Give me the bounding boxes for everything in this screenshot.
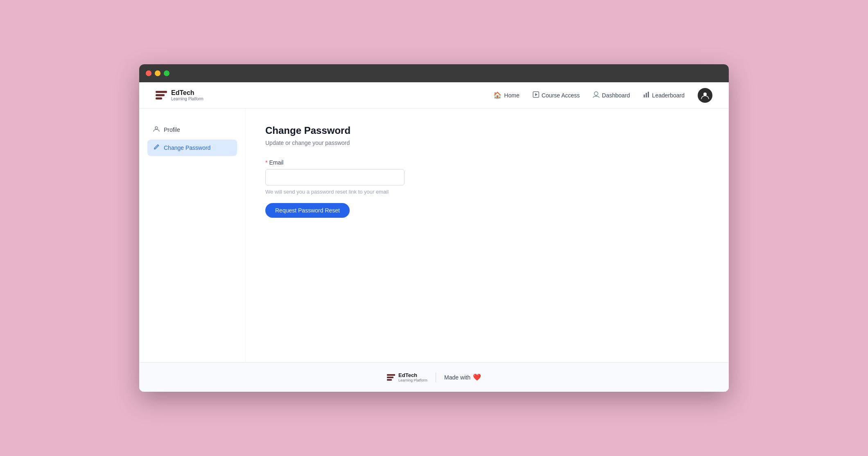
made-with-text: Made with bbox=[444, 374, 470, 381]
logo-text: EdTech Learning Platform bbox=[171, 89, 203, 102]
email-hint: We will send you a password reset link t… bbox=[265, 189, 709, 195]
footer-made-with: Made with ❤️ bbox=[444, 373, 481, 381]
home-icon: 🏠 bbox=[493, 91, 502, 99]
svg-point-5 bbox=[703, 93, 707, 96]
sidebar-label-profile: Profile bbox=[164, 126, 180, 133]
main-body: Profile Change Password Change Password … bbox=[139, 108, 729, 362]
traffic-light-yellow[interactable] bbox=[155, 70, 160, 76]
content-area: Change Password Update or change your pa… bbox=[246, 108, 729, 362]
nav-label-home: Home bbox=[504, 92, 519, 99]
svg-rect-2 bbox=[644, 95, 645, 97]
logo-bar-2 bbox=[156, 94, 165, 96]
logo-title: EdTech bbox=[171, 89, 203, 97]
edit-icon bbox=[153, 144, 160, 152]
footer: EdTech Learning Platform Made with ❤️ bbox=[139, 362, 729, 392]
svg-marker-1 bbox=[535, 93, 538, 96]
logo-subtitle: Learning Platform bbox=[171, 97, 203, 102]
nav-item-home[interactable]: 🏠 Home bbox=[493, 91, 519, 99]
nav-item-course-access[interactable]: Course Access bbox=[533, 91, 580, 99]
sidebar-item-profile[interactable]: Profile bbox=[147, 122, 237, 138]
dashboard-icon bbox=[593, 91, 599, 99]
navbar: EdTech Learning Platform 🏠 Home bbox=[139, 82, 729, 108]
sidebar: Profile Change Password bbox=[139, 108, 246, 362]
profile-icon bbox=[153, 126, 160, 134]
footer-logo: EdTech Learning Platform bbox=[387, 372, 427, 383]
footer-logo-icon bbox=[387, 374, 395, 381]
nav-item-leaderboard[interactable]: Leaderboard bbox=[643, 91, 685, 99]
nav-item-dashboard[interactable]: Dashboard bbox=[593, 91, 630, 99]
traffic-lights bbox=[146, 70, 170, 76]
user-avatar[interactable] bbox=[698, 88, 712, 103]
footer-logo-subtitle: Learning Platform bbox=[398, 378, 427, 382]
course-access-icon bbox=[533, 91, 539, 99]
page-title: Change Password bbox=[265, 125, 709, 136]
browser-titlebar bbox=[139, 64, 729, 82]
logo-bar-3 bbox=[156, 97, 162, 99]
nav-label-dashboard: Dashboard bbox=[602, 92, 630, 99]
footer-divider bbox=[436, 372, 436, 382]
required-star: * bbox=[265, 159, 267, 166]
footer-logo-bar-2 bbox=[387, 377, 393, 378]
leaderboard-icon bbox=[643, 91, 650, 99]
footer-logo-bar-3 bbox=[387, 379, 392, 381]
browser-window: EdTech Learning Platform 🏠 Home bbox=[139, 64, 729, 392]
request-password-reset-button[interactable]: Request Password Reset bbox=[265, 203, 350, 218]
traffic-light-red[interactable] bbox=[146, 70, 151, 76]
svg-rect-4 bbox=[648, 92, 649, 97]
sidebar-item-change-password[interactable]: Change Password bbox=[147, 140, 237, 156]
page-subtitle: Update or change your password bbox=[265, 140, 709, 146]
nav-label-leaderboard: Leaderboard bbox=[652, 92, 685, 99]
footer-logo-bar-1 bbox=[387, 374, 395, 376]
svg-rect-3 bbox=[646, 93, 647, 97]
footer-logo-text: EdTech Learning Platform bbox=[398, 372, 427, 383]
heart-icon: ❤️ bbox=[473, 373, 481, 381]
logo-bar-1 bbox=[156, 91, 167, 93]
nav-links: 🏠 Home Course Access bbox=[493, 88, 712, 103]
email-label: * Email bbox=[265, 159, 709, 166]
logo-area: EdTech Learning Platform bbox=[156, 89, 203, 102]
footer-logo-title: EdTech bbox=[398, 372, 427, 379]
nav-label-course-access: Course Access bbox=[542, 92, 580, 99]
email-input[interactable] bbox=[265, 169, 405, 185]
browser-content: EdTech Learning Platform 🏠 Home bbox=[139, 82, 729, 392]
email-form-group: * Email We will send you a password rese… bbox=[265, 159, 709, 195]
sidebar-label-change-password: Change Password bbox=[164, 144, 210, 151]
traffic-light-green[interactable] bbox=[164, 70, 170, 76]
logo-icon bbox=[156, 91, 167, 99]
svg-point-6 bbox=[155, 127, 158, 129]
